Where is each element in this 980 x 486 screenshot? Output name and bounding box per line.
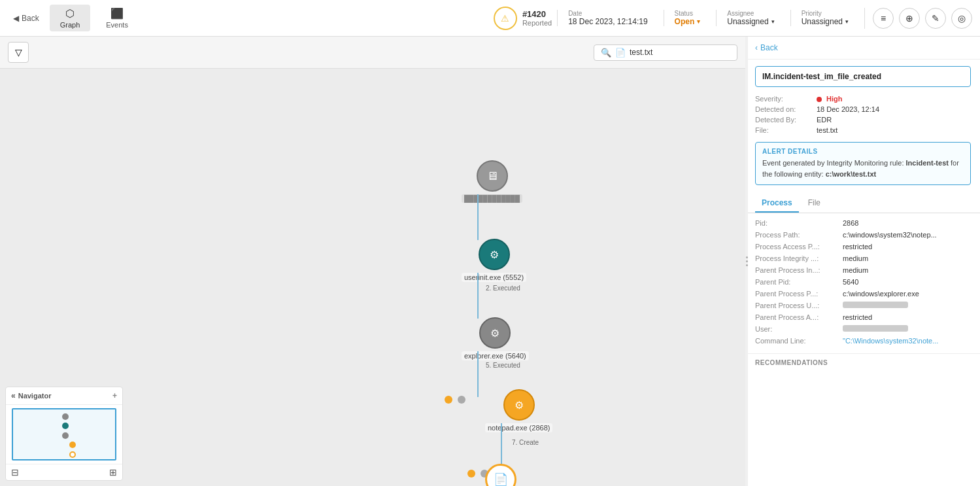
search-icon: 🔍	[601, 48, 611, 58]
connector-2-3	[477, 273, 479, 319]
process-integrity-value: medium	[843, 254, 868, 262]
list-action-button[interactable]: ≡	[873, 8, 894, 29]
status-block: Status Open ▾	[664, 10, 711, 26]
parent-process-a-value: restricted	[843, 313, 872, 321]
node-file-testtxt[interactable]: 📄 test.txt	[485, 464, 516, 486]
status-dropdown[interactable]: Open ▾	[675, 17, 701, 26]
main-layout: ▽ 🔍 📄 test.txt 🖥 ████████████	[0, 37, 980, 486]
back-chevron-icon: ‹	[755, 43, 758, 52]
system-node-label: ████████████	[462, 194, 522, 203]
right-panel-header: ‹ Back	[746, 37, 980, 60]
graph-icon: ⬡	[65, 7, 75, 20]
parent-process-a-label: Parent Process A...:	[755, 313, 840, 321]
parent-pid-label: Parent Pid:	[755, 278, 840, 286]
list-icon: ≡	[881, 13, 886, 24]
assignee-value: Unassigned	[727, 17, 768, 26]
tab-process[interactable]: Process	[755, 194, 799, 213]
edge-label-3-4: 7. Create	[510, 439, 541, 446]
severity-dot	[817, 97, 822, 102]
alert-details-bold2: c:\work\test.txt	[826, 170, 877, 178]
alert-title-box: IM.incident-test_im_file_created	[755, 66, 971, 87]
system-node-icon: 🖥	[486, 169, 498, 183]
alert-title: IM.incident-test_im_file_created	[762, 72, 881, 81]
back-label: Back	[22, 14, 39, 23]
parent-process-p-row: Parent Process P...: c:\windows\explorer…	[746, 288, 980, 300]
assignee-dropdown[interactable]: Unassigned ▾	[727, 17, 774, 26]
settings-action-button[interactable]: ◎	[951, 8, 972, 29]
node-notepad[interactable]: ⚙ notepad.exe (2868)	[485, 389, 552, 432]
incident-badge: ⚠ #1420 Reported	[494, 7, 552, 30]
target-action-button[interactable]: ⊕	[899, 8, 920, 29]
edge-label-1-2: 2. Executed	[484, 285, 522, 292]
process-integrity-label: Process Integrity ...:	[755, 254, 840, 262]
graph-tab[interactable]: ⬡ Graph	[50, 5, 91, 31]
assignee-label: Assignee	[727, 10, 774, 17]
graph-toolbar: ▽ 🔍 📄 test.txt	[0, 37, 745, 69]
process-path-value: c:\windows\system32\notep...	[843, 231, 937, 239]
date-value: 18 Dec 2023, 12:14:19	[568, 17, 647, 26]
panel-divider[interactable]	[745, 37, 748, 486]
topbar: ◀ Back ⬡ Graph ⬛ Events ⚠ #1420 Reported…	[0, 0, 980, 37]
zoom-out-icon[interactable]: ⊟	[11, 467, 19, 477]
file-value: test.txt	[817, 126, 837, 134]
severity-label: Severity:	[755, 95, 814, 103]
target-icon: ⊕	[905, 13, 913, 24]
dot-gray-1	[458, 396, 465, 404]
pid-row: Pid: 2868	[746, 217, 980, 229]
date-block: Date 18 Dec 2023, 12:14:19	[557, 10, 658, 26]
edge-label-2-3: 5. Executed	[484, 362, 522, 369]
status-label: Status	[675, 10, 701, 17]
right-panel: ‹ Back IM.incident-test_im_file_created …	[745, 37, 980, 486]
mini-node-5	[69, 451, 76, 458]
navigator-add-icon[interactable]: +	[112, 391, 117, 400]
file-icon: 📄	[615, 48, 626, 58]
connector-3-4	[477, 351, 479, 397]
detected-on-label: Detected on:	[755, 105, 814, 113]
edit-icon: ✎	[932, 13, 939, 24]
navigator-content	[6, 405, 122, 464]
back-button[interactable]: ◀ Back	[8, 11, 44, 26]
navigator-mini-view	[12, 408, 116, 460]
date-label: Date	[568, 10, 647, 17]
navigator-footer: ⊟ ⊞	[6, 464, 122, 480]
mini-node-3	[62, 432, 69, 439]
detected-by-row: Detected By: EDR	[746, 114, 980, 125]
priority-dropdown[interactable]: Unassigned ▾	[802, 17, 849, 26]
graph-canvas[interactable]: 🖥 ████████████ ⚙ userinit.exe (5552) 2. …	[0, 69, 745, 486]
alert-details-box: ALERT DETAILS Event generated by Integri…	[755, 142, 971, 185]
file-label: File:	[755, 126, 814, 134]
node-userinit[interactable]: ⚙ userinit.exe (5552)	[462, 239, 526, 282]
connector-1-2	[477, 194, 479, 240]
userinit-node-icon: ⚙	[490, 249, 499, 261]
right-panel-back-button[interactable]: ‹ Back	[755, 43, 778, 52]
detected-on-row: Detected on: 18 Dec 2023, 12:14	[746, 104, 980, 114]
dot-orange-1	[445, 396, 452, 404]
tab-file[interactable]: File	[802, 194, 827, 213]
parent-process-a-row: Parent Process A...: restricted	[746, 311, 980, 323]
notepad-node-label: notepad.exe (2868)	[485, 423, 552, 432]
command-line-row: Command Line: "C:\Windows\system32\note.…	[746, 335, 980, 347]
status-value: Open	[675, 17, 695, 26]
parent-process-u-value-blurred	[843, 302, 908, 308]
search-bar[interactable]: 🔍 📄 test.txt	[594, 44, 737, 61]
file-node-icon: 📄	[494, 472, 508, 486]
filter-button[interactable]: ▽	[8, 42, 29, 63]
alert-details-title: ALERT DETAILS	[762, 148, 964, 155]
node-explorer[interactable]: ⚙ explorer.exe (5640)	[462, 317, 529, 360]
events-tab[interactable]: ⬛ Events	[95, 5, 139, 31]
filter-icon: ▽	[15, 47, 22, 58]
parent-process-u-row: Parent Process U...:	[746, 300, 980, 311]
command-line-value[interactable]: "C:\Windows\system32\note...	[843, 337, 938, 345]
back-arrow-icon: ◀	[13, 14, 19, 23]
zoom-in-icon[interactable]: ⊞	[109, 467, 117, 477]
events-icon: ⬛	[110, 7, 124, 20]
settings-icon: ◎	[958, 13, 966, 24]
detected-on-value: 18 Dec 2023, 12:14	[817, 105, 879, 113]
navigator-panel: « Navigator +	[5, 387, 123, 481]
priority-value: Unassigned	[802, 17, 843, 26]
edit-action-button[interactable]: ✎	[925, 8, 946, 29]
navigator-collapse-left-icon[interactable]: «	[11, 391, 16, 400]
parent-process-in-value: medium	[843, 266, 868, 274]
dot-orange-2	[467, 470, 475, 477]
node-system[interactable]: 🖥 ████████████	[462, 160, 522, 203]
